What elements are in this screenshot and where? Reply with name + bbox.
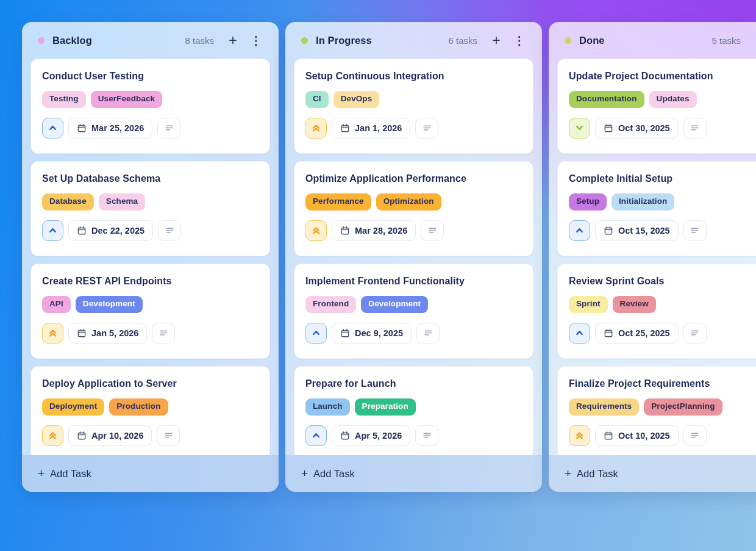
priority-button-medium[interactable] [305, 425, 327, 446]
priority-medium-chevron-up-icon [310, 327, 322, 339]
task-meta-row: Apr 10, 2026 [42, 425, 259, 446]
task-card[interactable]: Review Sprint Goals SprintReview Oct 25,… [557, 264, 756, 359]
column-status-dot-icon [565, 37, 571, 44]
priority-high-chevrons-up-icon [47, 327, 59, 339]
column-footer: + Add Task [22, 455, 279, 492]
due-date-chip[interactable]: Oct 15, 2025 [595, 220, 679, 241]
task-title: Setup Continuous Integration [305, 71, 522, 82]
priority-button-high[interactable] [305, 220, 327, 241]
description-button[interactable] [415, 425, 438, 446]
due-date-chip[interactable]: Mar 28, 2026 [332, 220, 416, 241]
column-add-task-icon-button[interactable]: + [752, 32, 756, 48]
task-card[interactable]: Create REST API Endpoints APIDevelopment… [30, 264, 270, 359]
task-card[interactable]: Deploy Application to Server DeploymentP… [30, 366, 270, 455]
task-tags: SetupInitialization [569, 193, 756, 211]
due-date-chip[interactable]: Oct 25, 2025 [595, 323, 679, 344]
column-add-task-icon-button[interactable]: + [488, 32, 504, 48]
description-button[interactable] [416, 323, 440, 344]
description-button[interactable] [157, 118, 180, 139]
description-button[interactable] [683, 118, 707, 139]
plus-icon: + [38, 467, 45, 480]
kanban-board: Backlog 8 tasks + ⋮ Conduct User Testing… [22, 22, 756, 492]
task-card[interactable]: Prepare for Launch LaunchPreparation Apr… [294, 366, 533, 455]
task-tag: Development [76, 296, 143, 313]
due-date-label: Apr 5, 2026 [355, 431, 402, 441]
task-tag: Development [361, 296, 428, 313]
description-button[interactable] [683, 323, 707, 344]
due-date-label: Oct 25, 2025 [618, 328, 670, 338]
task-title: Implement Frontend Functionality [305, 276, 522, 287]
due-date-chip[interactable]: Apr 5, 2026 [332, 425, 410, 446]
due-date-chip[interactable]: Oct 30, 2025 [595, 118, 679, 139]
description-button[interactable] [152, 323, 175, 344]
priority-button-medium[interactable] [42, 118, 63, 139]
add-task-button[interactable]: + Add Task [301, 467, 355, 480]
due-date-chip[interactable]: Oct 10, 2025 [595, 425, 679, 446]
task-card[interactable]: Optimize Application Performance Perform… [294, 161, 533, 256]
description-lines-icon [422, 123, 432, 133]
task-tag: Preparation [355, 398, 416, 416]
due-date-chip[interactable]: Jan 1, 2026 [332, 118, 410, 139]
task-card[interactable]: Finalize Project Requirements Requiremen… [557, 366, 756, 455]
task-tag: API [42, 296, 71, 313]
description-lines-icon [427, 225, 438, 236]
column-status-dot-icon [301, 37, 308, 44]
add-task-button[interactable]: + Add Task [565, 467, 618, 480]
add-task-button[interactable]: + Add Task [38, 467, 91, 480]
task-title: Prepare for Launch [305, 378, 522, 389]
priority-button-medium[interactable] [305, 323, 327, 344]
priority-button-medium[interactable] [569, 323, 590, 344]
column-title: Backlog [52, 35, 92, 46]
due-date-chip[interactable]: Dec 22, 2025 [68, 220, 153, 241]
kanban-column: Done 5 tasks + ⋮ Update Project Document… [549, 22, 756, 492]
task-meta-row: Oct 25, 2025 [569, 323, 756, 344]
priority-button-low[interactable] [569, 118, 590, 139]
calendar-icon [340, 431, 350, 441]
due-date-chip[interactable]: Mar 25, 2026 [68, 118, 152, 139]
priority-button-medium[interactable] [42, 220, 63, 241]
description-button[interactable] [158, 220, 181, 241]
due-date-label: Mar 25, 2026 [91, 123, 144, 133]
task-title: Set Up Database Schema [42, 173, 259, 184]
task-tag: Setup [569, 193, 607, 211]
calendar-icon [77, 431, 87, 441]
due-date-chip[interactable]: Dec 9, 2025 [332, 323, 412, 344]
task-meta-row: Dec 9, 2025 [305, 323, 522, 344]
description-button[interactable] [683, 220, 707, 241]
priority-medium-chevron-up-icon [310, 430, 322, 441]
description-lines-icon [165, 225, 175, 236]
priority-button-high[interactable] [42, 323, 63, 344]
column-header: Done 5 tasks + ⋮ [549, 22, 756, 59]
column-add-task-icon-button[interactable]: + [225, 32, 241, 48]
task-card[interactable]: Implement Frontend Functionality Fronten… [294, 264, 533, 359]
due-date-chip[interactable]: Jan 5, 2026 [68, 323, 147, 344]
task-tags: LaunchPreparation [305, 398, 522, 416]
task-meta-row: Jan 1, 2026 [305, 118, 522, 139]
description-button[interactable] [421, 220, 444, 241]
priority-button-medium[interactable] [569, 220, 590, 241]
priority-medium-chevron-up-icon [47, 122, 59, 134]
description-button[interactable] [683, 425, 707, 446]
task-card[interactable]: Set Up Database Schema DatabaseSchema De… [30, 161, 270, 256]
task-tag: DevOps [333, 91, 380, 108]
task-card[interactable]: Update Project Documentation Documentati… [557, 59, 756, 154]
due-date-label: Dec 22, 2025 [91, 226, 144, 236]
calendar-icon [604, 123, 613, 133]
due-date-label: Jan 1, 2026 [355, 123, 402, 133]
column-cards-list: Update Project Documentation Documentati… [549, 59, 756, 455]
column-menu-button[interactable]: ⋮ [512, 32, 527, 48]
task-tag: UserFeedback [91, 91, 163, 108]
task-card[interactable]: Complete Initial Setup SetupInitializati… [557, 161, 756, 256]
column-footer: + Add Task [549, 455, 756, 492]
task-card[interactable]: Conduct User Testing TestingUserFeedback… [30, 59, 270, 154]
priority-button-high[interactable] [42, 425, 63, 446]
priority-button-high[interactable] [305, 118, 327, 139]
due-date-chip[interactable]: Apr 10, 2026 [68, 425, 152, 446]
task-card[interactable]: Setup Continuous Integration CIDevOps Ja… [294, 59, 533, 154]
description-button[interactable] [415, 118, 438, 139]
task-tag: Review [613, 296, 656, 313]
priority-button-high[interactable] [569, 425, 590, 446]
column-menu-button[interactable]: ⋮ [248, 32, 264, 48]
description-button[interactable] [157, 425, 180, 446]
kanban-column: In Progress 6 tasks + ⋮ Setup Continuous… [285, 22, 542, 492]
